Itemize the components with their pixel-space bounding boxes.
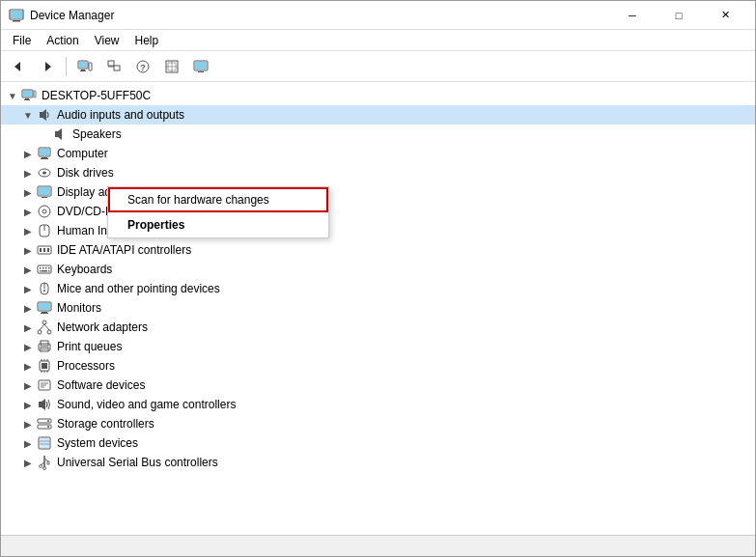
disk-icon bbox=[36, 164, 53, 181]
svg-rect-6 bbox=[79, 62, 87, 68]
svg-point-92 bbox=[43, 467, 46, 470]
svg-point-34 bbox=[42, 172, 46, 175]
printer-icon bbox=[36, 338, 53, 355]
hid-expand[interactable]: ▶ bbox=[20, 223, 36, 238]
tree-usb[interactable]: ▶ Universal Serial Bus controllers bbox=[1, 453, 755, 472]
sp-expand bbox=[36, 126, 51, 142]
svg-line-65 bbox=[44, 324, 49, 330]
status-bar bbox=[1, 535, 755, 556]
tree-monitors[interactable]: ▶ Monitors bbox=[1, 298, 755, 318]
network-label: Network adapters bbox=[57, 320, 148, 334]
svg-rect-88 bbox=[40, 438, 49, 448]
context-menu: Scan for hardware changes Properties bbox=[107, 186, 329, 238]
comp-expand[interactable]: ▶ bbox=[20, 146, 36, 161]
usb-icon bbox=[36, 454, 53, 471]
close-button[interactable]: ✕ bbox=[703, 1, 747, 30]
mice-label: Mice and other pointing devices bbox=[57, 282, 220, 295]
maximize-button[interactable]: □ bbox=[657, 1, 701, 30]
menu-action[interactable]: Action bbox=[39, 32, 86, 49]
svg-line-64 bbox=[40, 324, 44, 330]
svg-rect-94 bbox=[47, 461, 49, 464]
sys-expand[interactable]: ▶ bbox=[20, 435, 36, 451]
svg-rect-53 bbox=[48, 270, 50, 272]
processor-icon bbox=[36, 357, 53, 375]
collapse-button[interactable] bbox=[100, 54, 127, 79]
svg-rect-7 bbox=[81, 70, 85, 70]
device-manager-window: Device Manager ─ □ ✕ File Action View He… bbox=[0, 0, 756, 557]
back-button[interactable] bbox=[5, 54, 32, 79]
svg-rect-36 bbox=[39, 187, 50, 195]
svg-point-63 bbox=[47, 330, 51, 334]
svg-rect-8 bbox=[80, 70, 86, 71]
tree-root[interactable]: ▼ DESKTOP-5UFF50C bbox=[1, 86, 755, 105]
sw-expand[interactable]: ▶ bbox=[20, 377, 36, 393]
mice-expand[interactable]: ▶ bbox=[20, 281, 36, 296]
tree-network[interactable]: ▶ Network adapters bbox=[1, 318, 755, 337]
net-expand[interactable]: ▶ bbox=[20, 320, 36, 335]
device-manager-icon-btn[interactable] bbox=[71, 54, 98, 79]
title-bar: Device Manager ─ □ ✕ bbox=[1, 1, 755, 30]
svg-rect-10 bbox=[108, 61, 114, 66]
root-expand[interactable]: ▼ bbox=[5, 88, 20, 103]
svg-rect-26 bbox=[34, 91, 36, 97]
svg-rect-25 bbox=[24, 99, 30, 100]
menu-file[interactable]: File bbox=[5, 32, 39, 49]
svg-rect-23 bbox=[23, 91, 32, 97]
tree-ide[interactable]: ▶ IDE ATA/ATAPI controllers bbox=[1, 240, 755, 260]
tree-sound[interactable]: ▶ Sound, video and game controllers bbox=[1, 395, 755, 414]
display-icon bbox=[36, 183, 53, 201]
dvd-icon bbox=[36, 203, 53, 220]
svg-rect-32 bbox=[41, 158, 48, 159]
tree-computer[interactable]: ▶ Computer bbox=[1, 144, 755, 163]
resource-view-btn[interactable] bbox=[158, 54, 185, 79]
tree-keyboard[interactable]: ▶ Keyboards bbox=[1, 260, 755, 279]
snd-expand[interactable]: ▶ bbox=[20, 397, 36, 412]
svg-rect-48 bbox=[42, 267, 44, 269]
svg-rect-9 bbox=[89, 63, 92, 70]
help-icon-btn[interactable]: ? bbox=[129, 54, 156, 79]
tree-proc[interactable]: ▶ Processors bbox=[1, 356, 755, 376]
kb-expand[interactable]: ▶ bbox=[20, 262, 36, 277]
window-title: Device Manager bbox=[30, 9, 610, 22]
menu-view[interactable]: View bbox=[87, 32, 127, 49]
usb-expand[interactable]: ▶ bbox=[20, 455, 36, 470]
proc-expand[interactable]: ▶ bbox=[20, 358, 36, 374]
disk-label: Disk drives bbox=[57, 166, 114, 180]
disk-expand[interactable]: ▶ bbox=[20, 165, 36, 181]
tree-audio[interactable]: ▼ Audio inputs and outputs bbox=[1, 105, 755, 125]
svg-marker-27 bbox=[40, 109, 46, 121]
monitors-label: Monitors bbox=[57, 301, 101, 315]
svg-rect-50 bbox=[48, 267, 50, 269]
tree-software[interactable]: ▶ Software devices bbox=[1, 376, 755, 395]
svg-rect-52 bbox=[42, 270, 47, 272]
context-properties[interactable]: Properties bbox=[108, 212, 328, 237]
mon-expand[interactable]: ▶ bbox=[20, 300, 36, 316]
tree-mice[interactable]: ▶ Mice and other pointing devices bbox=[1, 279, 755, 298]
svg-rect-2 bbox=[11, 11, 22, 18]
prt-expand[interactable]: ▶ bbox=[20, 339, 36, 354]
tree-disk[interactable]: ▶ Disk drives bbox=[1, 163, 755, 182]
svg-rect-43 bbox=[40, 248, 42, 252]
disp-expand[interactable]: ▶ bbox=[20, 184, 36, 200]
tree-system[interactable]: ▶ System devices bbox=[1, 433, 755, 453]
minimize-button[interactable]: ─ bbox=[610, 1, 655, 30]
computer-icon bbox=[20, 87, 38, 104]
forward-button[interactable] bbox=[34, 54, 61, 79]
context-scan-hardware[interactable]: Scan for hardware changes bbox=[108, 187, 328, 212]
tree-print[interactable]: ▶ Print queues bbox=[1, 337, 755, 356]
tree-speakers[interactable]: Speakers bbox=[1, 125, 755, 144]
svg-rect-49 bbox=[45, 267, 47, 269]
tree-storage[interactable]: ▶ Storage controllers bbox=[1, 414, 755, 433]
stor-expand[interactable]: ▶ bbox=[20, 416, 36, 432]
menu-help[interactable]: Help bbox=[127, 32, 167, 49]
ide-expand[interactable]: ▶ bbox=[20, 242, 36, 258]
tree-view[interactable]: ▼ DESKTOP-5UFF50C ▼ bbox=[1, 82, 755, 535]
scan-hardware-label: Scan for hardware changes bbox=[127, 193, 269, 207]
svg-rect-47 bbox=[40, 267, 42, 269]
monitor-btn[interactable] bbox=[187, 54, 214, 79]
dvd-expand[interactable]: ▶ bbox=[20, 204, 36, 219]
svg-rect-51 bbox=[40, 270, 42, 272]
audio-expand[interactable]: ▼ bbox=[20, 107, 36, 123]
svg-point-61 bbox=[42, 320, 46, 324]
svg-rect-58 bbox=[39, 303, 50, 310]
